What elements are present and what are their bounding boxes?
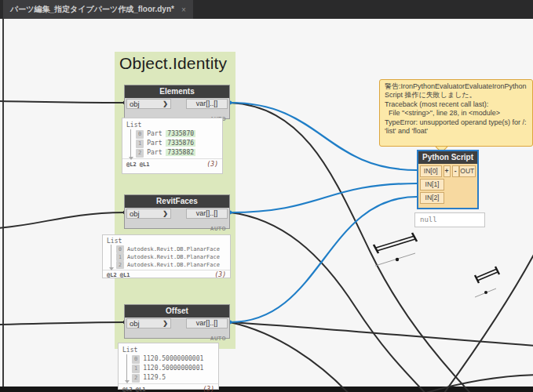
list-label: Part <box>147 149 162 156</box>
geometry-point-line-2 <box>475 289 496 297</box>
preview-bubble-offset[interactable]: List 01120.50000000001 11120.50000000001… <box>118 343 219 390</box>
list-item: 0Part 7335870 <box>136 129 218 139</box>
list-index: 2 <box>132 374 140 383</box>
canvas-left-border <box>2 19 4 387</box>
geometry-line-2 <box>475 267 499 283</box>
lacing-badge[interactable]: AUTO <box>210 336 226 341</box>
node-revitfaces-title[interactable]: RevitFaces <box>125 195 229 208</box>
list-item: 1Part 7335876 <box>136 139 218 148</box>
tree-arrow-icon <box>129 157 133 160</box>
list-value: 7335870 <box>166 130 195 137</box>
dynamo-canvas[interactable]: パーツ編集_指定タイプパーツ作成_floor.dyn* × Object.Ide… <box>0 0 533 392</box>
list-value: Autodesk.Revit.DB.PlanarFace <box>127 262 220 268</box>
tree-line <box>130 129 131 158</box>
list-item: 1Autodesk.Revit.DB.PlanarFace <box>116 253 226 261</box>
node-python-title[interactable]: Python Script <box>418 151 477 164</box>
wire-to-offset-obj[interactable] <box>0 322 125 325</box>
warning-text: 警告:IronPythonEvaluatorEvaluateIronPython… <box>385 82 528 136</box>
python-output-port[interactable]: OUT <box>459 165 476 177</box>
lacing-badge[interactable]: AUTO <box>210 226 226 231</box>
node-python-script[interactable]: Python Script IN[0] + - OUT IN[1] IN[2] <box>417 150 479 209</box>
list-item: 11120.50000000001 <box>132 364 214 373</box>
list-root-label: List <box>107 238 226 245</box>
node-revitfaces-input-port[interactable]: obj ❯ <box>126 209 171 219</box>
levels-badge[interactable]: @L2 @L1 <box>107 272 130 278</box>
workspace-tab[interactable]: パーツ編集_指定タイプパーツ作成_floor.dyn* × <box>3 0 193 19</box>
tab-close-icon[interactable]: × <box>181 5 186 14</box>
wire-offset-out-bottom[interactable] <box>230 322 353 392</box>
list-label: Part <box>147 140 162 147</box>
list-item: 21129.5 <box>132 373 214 383</box>
preview-bubble-elements[interactable]: List 0Part 7335870 1Part 7335876 2Part 7… <box>122 118 223 174</box>
chevron-right-icon[interactable]: ❯ <box>162 209 168 218</box>
window-bottom-bar <box>0 387 533 392</box>
list-item: 2Part 7335882 <box>136 148 218 158</box>
node-revitfaces-output-port[interactable]: var[]..[] <box>186 209 228 219</box>
list-root-label: List <box>126 121 218 129</box>
list-index: 0 <box>132 355 140 364</box>
workspace-tab-title: パーツ編集_指定タイプパーツ作成_floor.dyn* <box>10 4 174 15</box>
node-offset-input-port[interactable]: obj ❯ <box>126 318 171 328</box>
tree-line <box>126 354 127 381</box>
node-offset-output-port[interactable]: var[]..[] <box>186 318 228 328</box>
wire-offset-to-python-in2[interactable] <box>230 197 417 322</box>
wire-to-elements-obj[interactable] <box>0 101 125 103</box>
list-value: 1120.50000000001 <box>143 365 203 372</box>
tab-bar: パーツ編集_指定タイプパーツ作成_floor.dyn* × <box>0 0 533 19</box>
wire-revitfaces-out-offscreen[interactable] <box>230 212 430 392</box>
wire-to-revitfaces-obj[interactable] <box>0 212 125 228</box>
python-input-port-1[interactable]: IN[1] <box>420 179 444 191</box>
node-elements-title[interactable]: Elements <box>125 85 229 98</box>
remove-input-button[interactable]: - <box>452 165 459 177</box>
preview-bubble-python-null[interactable]: null <box>414 212 485 227</box>
levels-badge[interactable]: @L2 @L1 <box>126 162 150 168</box>
geometry-point-line-1 <box>375 253 415 266</box>
port-label-obj: obj <box>130 209 140 218</box>
warning-tooltip: 警告:IronPythonEvaluatorEvaluateIronPython… <box>379 79 533 147</box>
wire-revitfaces-to-python-in1[interactable] <box>230 183 417 212</box>
wire-offscreen-right-1[interactable] <box>440 253 533 392</box>
node-offset-title[interactable]: Offset <box>125 305 229 318</box>
group-title[interactable]: Object.Identity <box>115 52 235 73</box>
list-index: 0 <box>116 245 124 253</box>
node-revitfaces[interactable]: RevitFaces obj ❯ var[]..[] AUTO <box>124 194 230 229</box>
list-item: 01120.50000000001 <box>132 354 214 364</box>
node-elements-input-port[interactable]: obj ❯ <box>126 99 171 109</box>
list-value: Autodesk.Revit.DB.PlanarFace <box>127 246 220 252</box>
chevron-right-icon[interactable]: ❯ <box>162 319 168 328</box>
python-input-port-2[interactable]: IN[2] <box>420 192 444 204</box>
tree-arrow-icon <box>125 380 130 383</box>
list-index: 2 <box>136 149 144 158</box>
list-value: 1129.5 <box>143 374 166 381</box>
list-index: 1 <box>116 253 124 261</box>
port-label-obj: obj <box>130 100 140 108</box>
python-input-port-0[interactable]: IN[0] <box>420 165 442 177</box>
node-offset[interactable]: Offset obj ❯ var[]..[] AUTO <box>124 304 230 339</box>
list-root-label: List <box>122 346 214 354</box>
levels-badge[interactable]: @L2 @L1 <box>122 387 146 392</box>
add-input-button[interactable]: + <box>444 165 451 177</box>
tree-line <box>111 245 111 268</box>
port-label-obj: obj <box>130 319 140 328</box>
list-item: 2Autodesk.Revit.DB.PlanarFace <box>116 261 226 269</box>
item-count: (3) <box>215 271 226 278</box>
tree-arrow-icon <box>109 267 114 270</box>
node-elements-output-port[interactable]: var[]..[] <box>186 99 228 109</box>
chevron-right-icon[interactable]: ❯ <box>162 100 168 108</box>
list-label: Part <box>147 130 162 137</box>
list-value: 7335876 <box>166 140 195 147</box>
list-value: 7335882 <box>166 149 195 156</box>
list-value: Autodesk.Revit.DB.PlanarFace <box>127 254 220 260</box>
node-elements[interactable]: Elements obj ❯ var[]..[] AUTO <box>124 85 230 119</box>
list-item: 0Autodesk.Revit.DB.PlanarFace <box>116 245 226 253</box>
geometry-line-1 <box>374 233 417 253</box>
wire-offset-out-right[interactable] <box>230 322 533 346</box>
list-index: 1 <box>132 365 140 373</box>
list-value: 1120.50000000001 <box>143 355 203 362</box>
preview-bubble-revitfaces[interactable]: List 0Autodesk.Revit.DB.PlanarFace 1Auto… <box>102 234 231 278</box>
item-count: (3) <box>203 386 214 392</box>
list-index: 0 <box>136 130 144 139</box>
list-index: 1 <box>136 140 144 148</box>
list-index: 2 <box>116 261 124 269</box>
item-count: (3) <box>207 161 218 168</box>
